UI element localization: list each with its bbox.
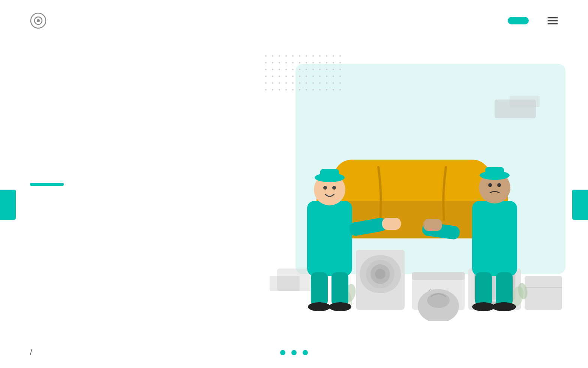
slide-dots (280, 350, 308, 355)
svg-point-37 (332, 186, 336, 190)
svg-rect-18 (525, 276, 562, 310)
accent-bar (30, 183, 64, 186)
dot-1[interactable] (280, 350, 285, 355)
svg-rect-44 (472, 201, 517, 276)
header (0, 0, 588, 41)
svg-point-36 (323, 186, 327, 190)
svg-point-54 (472, 302, 495, 311)
svg-rect-4 (510, 96, 540, 107)
svg-point-11 (375, 269, 386, 279)
prev-arrow[interactable] (0, 190, 16, 220)
svg-rect-41 (332, 272, 348, 306)
svg-rect-35 (320, 169, 339, 179)
dot-pattern: const dp = document.querySelector('.dot-… (262, 53, 344, 93)
svg-rect-52 (475, 272, 492, 306)
svg-point-49 (497, 183, 501, 187)
next-arrow[interactable] (572, 190, 588, 220)
signup-button[interactable] (508, 17, 529, 24)
svg-rect-6 (270, 276, 300, 291)
main-content: const dp = document.querySelector('.dot-… (0, 41, 588, 368)
hero-left (0, 41, 225, 368)
svg-rect-13 (412, 272, 465, 280)
dot-2[interactable] (291, 350, 297, 355)
dot-3[interactable] (303, 350, 308, 355)
hamburger-menu[interactable] (548, 17, 558, 24)
svg-rect-40 (311, 272, 328, 306)
svg-rect-47 (485, 167, 504, 177)
svg-point-55 (492, 302, 516, 311)
svg-rect-51 (423, 219, 442, 231)
hero-right: const dp = document.querySelector('.dot-… (225, 41, 588, 368)
svg-point-25 (427, 293, 450, 308)
svg-point-42 (308, 302, 330, 311)
nav (463, 17, 558, 24)
logo-icon (30, 12, 46, 29)
svg-point-2 (37, 19, 40, 22)
svg-point-43 (329, 302, 351, 311)
svg-point-48 (488, 183, 492, 187)
page-counter: / (30, 348, 32, 357)
footer-bar: / (0, 348, 588, 357)
svg-rect-53 (496, 272, 513, 306)
svg-rect-39 (382, 218, 401, 230)
illustration-svg: Clothes (247, 88, 566, 321)
svg-rect-32 (307, 201, 352, 276)
logo (30, 12, 50, 29)
